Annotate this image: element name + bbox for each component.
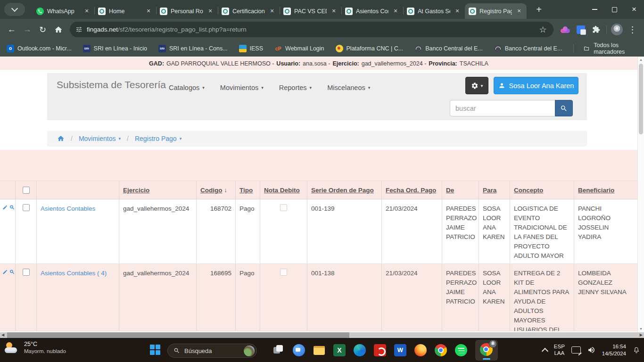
- tab-close-icon[interactable]: ×: [145, 8, 152, 15]
- edge-icon[interactable]: [354, 344, 366, 356]
- taskbar-weather-widget[interactable]: 25°C Mayorm. nublado: [5, 341, 66, 355]
- bookmark-iess[interactable]: IESS: [239, 45, 264, 52]
- menu-catalogos[interactable]: Catalogos▾: [169, 84, 205, 91]
- tab-close-icon[interactable]: ×: [83, 8, 91, 15]
- bookmark-banco-central-1[interactable]: Banco Central del E...: [414, 45, 483, 52]
- header-tipo[interactable]: Tipo: [236, 181, 260, 199]
- breadcrumb-movimientos[interactable]: Movimientos▾: [79, 135, 121, 142]
- tab-close-icon[interactable]: ×: [268, 8, 276, 15]
- header-serie-orden-pago[interactable]: Serie Orden de Pago: [307, 181, 382, 199]
- menu-reportes[interactable]: Reportes▾: [279, 84, 312, 91]
- view-magnifier-icon[interactable]: [9, 269, 15, 275]
- forward-button[interactable]: →: [19, 22, 35, 37]
- acrobat-icon[interactable]: [374, 344, 386, 356]
- breadcrumb-home[interactable]: [57, 135, 65, 142]
- tab-certificacion[interactable]: Certificacion ×: [218, 3, 280, 19]
- spotify-icon[interactable]: [455, 344, 467, 356]
- scroll-right-icon[interactable]: ▶: [640, 333, 643, 337]
- breadcrumb-registro-pago[interactable]: Registro Pago▾: [135, 135, 182, 142]
- header-codigo[interactable]: Codigo ↓: [197, 181, 236, 199]
- tab-close-icon[interactable]: ×: [392, 8, 399, 15]
- settings-gear-button[interactable]: ▾: [465, 77, 488, 94]
- scroll-up-icon[interactable]: ▲: [638, 58, 644, 61]
- word-icon[interactable]: W: [394, 344, 406, 356]
- header-fecha-ord-pago[interactable]: Fecha Ord. Pago: [382, 181, 442, 199]
- header-concepto[interactable]: Concepto: [510, 181, 574, 199]
- profile-avatar[interactable]: [609, 22, 625, 37]
- user-menu-button[interactable]: Sosa Loor Ana Karen: [494, 77, 578, 94]
- notifications-bell-icon[interactable]: [633, 346, 640, 354]
- home-button[interactable]: [50, 22, 66, 37]
- firefox-icon[interactable]: [414, 344, 427, 356]
- edit-pencil-icon[interactable]: [2, 204, 8, 211]
- window-restore-button[interactable]: [604, 0, 624, 19]
- scroll-down-icon[interactable]: ▼: [638, 327, 644, 330]
- asientos-contables-link[interactable]: Asientos Contables ( 4): [41, 270, 107, 277]
- extension-lightshot-icon[interactable]: [557, 22, 573, 37]
- row-checkbox[interactable]: [23, 204, 30, 211]
- site-info-icon[interactable]: [75, 26, 83, 33]
- bookmark-outlook[interactable]: o Outlook.com - Micr...: [7, 45, 72, 52]
- file-explorer-icon[interactable]: [313, 344, 325, 356]
- extensions-puzzle-icon[interactable]: [588, 22, 604, 37]
- tab-close-icon[interactable]: ×: [515, 8, 523, 15]
- header-ejercicio[interactable]: Ejercicio: [119, 181, 197, 199]
- new-tab-button[interactable]: +: [532, 3, 545, 16]
- search-input[interactable]: [450, 100, 555, 116]
- volume-icon[interactable]: [587, 346, 595, 354]
- row-checkbox[interactable]: [23, 269, 30, 276]
- refresh-button[interactable]: ↻: [35, 22, 50, 37]
- bookmark-webmail[interactable]: cP Webmail Login: [274, 45, 324, 52]
- teams-chat-icon[interactable]: [293, 344, 305, 356]
- tab-close-icon[interactable]: ×: [330, 8, 338, 15]
- back-button[interactable]: ←: [4, 22, 19, 37]
- chrome-active-taskbar-button[interactable]: [475, 340, 498, 361]
- bookmark-sri-inicio[interactable]: SRI SRI en Línea - Inicio: [83, 45, 147, 52]
- hidden-icons-chevron[interactable]: [542, 347, 548, 354]
- tab-pac-vs-cedi[interactable]: PAC VS CEDI ×: [280, 3, 341, 19]
- scroll-left-icon[interactable]: ◀: [1, 333, 4, 337]
- tab-close-icon[interactable]: ×: [206, 8, 214, 15]
- menu-miscelaneos[interactable]: Miscelaneos▾: [327, 84, 370, 91]
- horizontal-scrollbar[interactable]: ◀ ▶: [0, 332, 644, 338]
- clock-widget[interactable]: 16:54 14/5/2024: [602, 343, 626, 357]
- view-magnifier-icon[interactable]: [9, 204, 15, 211]
- tab-personal-rol[interactable]: Personal Rol ×: [156, 3, 218, 19]
- bookmark-cnc[interactable]: Plataforma CNC | C...: [336, 45, 404, 52]
- search-highlight-image[interactable]: [244, 346, 255, 356]
- bookmark-banco-central-2[interactable]: Banco Central del E...: [494, 45, 562, 52]
- tab-registro-pago-active[interactable]: Registro Pag ×: [465, 3, 527, 19]
- bookmark-star-icon[interactable]: ☆: [535, 22, 551, 37]
- vertical-scrollbar-thumb[interactable]: [639, 64, 643, 134]
- asientos-contables-link[interactable]: Asientos Contables: [41, 205, 95, 212]
- tab-at-gastos[interactable]: At Gastos Se ×: [403, 3, 465, 19]
- extension-translate-icon[interactable]: [573, 22, 588, 37]
- tab-search-button[interactable]: [4, 3, 25, 16]
- address-bar[interactable]: fingads.net/sf2/tesoreria/registro_pago_…: [70, 22, 553, 37]
- chrome-icon[interactable]: [435, 344, 447, 356]
- edit-pencil-icon[interactable]: [2, 269, 8, 275]
- header-beneficiario[interactable]: Beneficiario: [574, 181, 637, 199]
- taskbar-search-box[interactable]: Búsqueda: [167, 344, 257, 358]
- excel-icon[interactable]: X: [333, 344, 346, 356]
- tab-home[interactable]: Home ×: [94, 3, 156, 19]
- tab-close-icon[interactable]: ×: [454, 8, 461, 15]
- language-indicator[interactable]: ESP LAA: [554, 344, 565, 356]
- window-close-button[interactable]: ×: [624, 0, 644, 19]
- bookmark-sri-consultas[interactable]: SRI SRI en Línea - Cons...: [158, 45, 228, 52]
- header-para[interactable]: Para: [479, 181, 510, 199]
- task-view-icon[interactable]: [272, 344, 285, 356]
- start-button[interactable]: [150, 345, 160, 355]
- horizontal-scrollbar-thumb[interactable]: [7, 332, 349, 338]
- tab-whatsapp[interactable]: WhatsApp ×: [33, 3, 94, 19]
- browser-menu-kebab-icon[interactable]: ⋮: [625, 22, 640, 37]
- menu-movimientos[interactable]: Movimientos▾: [220, 84, 264, 91]
- touch-keyboard-icon[interactable]: [571, 346, 581, 354]
- select-all-checkbox[interactable]: [23, 187, 30, 194]
- all-bookmarks[interactable]: Todos los marcadores: [573, 42, 637, 55]
- header-de[interactable]: De: [442, 181, 479, 199]
- search-button[interactable]: [555, 100, 573, 116]
- tab-asientos-contables[interactable]: Asientos Cor ×: [341, 3, 403, 19]
- header-nota-debito[interactable]: Nota Debito: [260, 181, 307, 199]
- vertical-scrollbar[interactable]: ▲ ▼: [637, 57, 644, 332]
